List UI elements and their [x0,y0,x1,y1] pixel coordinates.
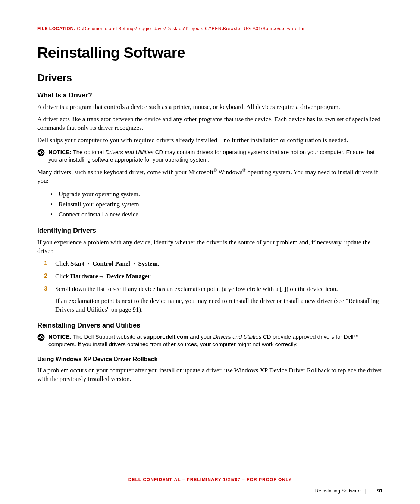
page-title: Reinstalling Software [37,44,383,61]
paragraph: Many drivers, such as the keyboard drive… [37,167,383,185]
subsection-identifying-drivers: Identifying Drivers [37,227,383,235]
text: . [151,273,152,280]
notice-italic: Drivers and Utilities [105,149,153,155]
notice-text: NOTICE: The Dell Support website at supp… [48,333,383,348]
bold-text: Control Panel [93,260,130,267]
paragraph: A driver acts like a translator between … [37,115,383,132]
notice-label: NOTICE: [48,334,72,340]
text: Click [55,273,70,280]
paragraph: If a problem occurs on your computer aft… [37,366,383,384]
list-item: Connect or install a new device. [50,209,383,219]
paragraph: Dell ships your computer to you with req… [37,136,383,145]
file-location-line: FILE LOCATION: C:\Documents and Settings… [37,26,383,31]
footer-section-name: Reinstalling Software [315,488,361,494]
file-location-label: FILE LOCATION: [37,26,75,31]
notice-text-pre: The optional [72,149,106,155]
italic-text: Drivers and Utilities [213,334,261,340]
text: Scroll down the list to see if any devic… [55,285,338,292]
text: The Dell Support website at [72,334,143,340]
notice-label: NOTICE: [48,149,72,155]
file-location-path: C:\Documents and Settings\reggie_davis\D… [77,26,304,31]
bullet-list: Upgrade your operating system. Reinstall… [50,189,383,220]
section-drivers-heading: Drivers [37,72,383,84]
arrow: → [84,260,93,267]
text: Many drivers, such as the keyboard drive… [37,169,213,176]
bold-text: support.dell.com [143,334,188,340]
text: . [158,260,159,267]
arrow: → [130,260,138,267]
bold-text: Device Manager [106,273,150,280]
subsection-reinstalling-drivers: Reinstalling Drivers and Utilities [37,322,383,329]
text: and your [188,334,213,340]
list-item: Scroll down the list to see if any devic… [44,285,383,314]
bold-text: Start [70,260,84,267]
notice-text: NOTICE: The optional Drivers and Utiliti… [48,148,383,164]
arrow: → [98,273,106,280]
page-footer: Reinstalling Software | 91 [315,488,383,494]
page-content: FILE LOCATION: C:\Documents and Settings… [37,26,383,482]
bold-text: Hardware [70,273,98,280]
notice-block: NOTICE: The optional Drivers and Utiliti… [37,148,383,164]
footer-page-number: 91 [377,488,383,494]
numbered-list: Click Start→ Control Panel→ System. Clic… [44,259,383,314]
subsubsection-rollback: Using Windows XP Device Driver Rollback [37,356,383,363]
paragraph: If you experience a problem with any dev… [37,238,383,256]
notice-arrow-icon [37,149,45,156]
list-item: Click Start→ Control Panel→ System. [44,259,383,268]
crop-mark-top [210,0,210,19]
confidential-banner: DELL CONFIDENTIAL – PRELIMINARY 1/25/07 … [0,477,420,482]
list-item: Click Hardware→ Device Manager. [44,272,383,281]
step-followup: If an exclamation point is next to the d… [55,297,383,314]
notice-arrow-icon [37,334,45,341]
list-item: Reinstall your operating system. [50,199,383,209]
paragraph: A driver is a program that controls a de… [37,103,383,112]
bold-text: System [138,260,158,267]
text: Windows [217,169,242,176]
notice-block: NOTICE: The Dell Support website at supp… [37,333,383,348]
registered-mark: ® [242,168,246,173]
text: Click [55,260,70,267]
list-item: Upgrade your operating system. [50,189,383,199]
footer-separator: | [365,488,366,494]
crop-mark-bottom [210,485,210,504]
subsection-what-is-driver: What Is a Driver? [37,91,383,99]
